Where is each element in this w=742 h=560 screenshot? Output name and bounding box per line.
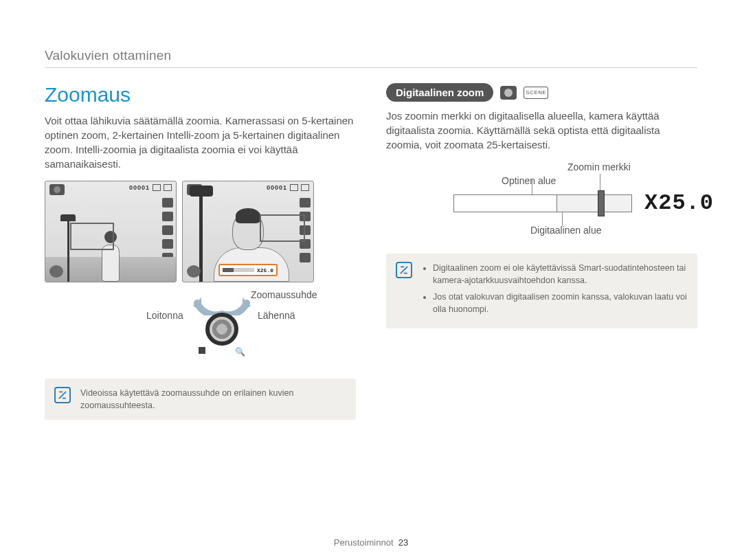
osd-icon <box>300 253 311 262</box>
page-title: Zoomaus <box>45 83 356 107</box>
zoom-indicator-label: Zoomin merkki <box>567 161 631 172</box>
stabilizer-icon <box>49 265 63 278</box>
zoom-ratio-label: Zoomaussuhde <box>251 289 317 300</box>
focus-rectangle <box>70 223 114 250</box>
tele-icon: 🔍 <box>235 347 245 357</box>
camera-mode-icon <box>500 86 517 100</box>
note-box-left: Videoissa käytettävä zoomaussuhde on eri… <box>45 379 356 420</box>
zoom-in-label: Lähennä <box>258 310 295 321</box>
battery-icon <box>301 184 309 191</box>
zoom-position-knob <box>598 190 605 216</box>
osd-icon <box>162 198 173 208</box>
memory-icon <box>153 184 161 191</box>
zoom-dial-diagram: Zoomaussuhde Loitonna Lähennä 🔍 <box>45 287 356 362</box>
note-bullet: Digitaalinen zoom ei ole käytettävissä S… <box>433 262 688 287</box>
page-footer: Perustoiminnot 23 <box>0 537 742 548</box>
left-column: Zoomaus Voit ottaa lähikuvia säätämällä … <box>45 83 356 420</box>
example-shot-zoomed: 00001 <box>182 181 314 282</box>
example-screenshots: 00001 <box>45 181 356 282</box>
osd-icon <box>162 239 173 249</box>
focus-rectangle <box>260 214 305 242</box>
note-bullet: Jos otat valokuvan digitaalisen zoomin k… <box>433 291 688 315</box>
digital-range-label: Digitaalinen alue <box>530 225 602 236</box>
camera-mode-icon <box>49 184 65 195</box>
note-box-right: Digitaalinen zoom ei ole käytettävissä S… <box>386 254 697 328</box>
osd-icon <box>162 225 173 235</box>
note-text: Videoissa käytettävä zoomaussuhde on eri… <box>80 387 346 412</box>
zoom-bar-value: X25.0 <box>257 267 273 273</box>
breadcrumb: Valokuvien ottaminen <box>45 48 697 68</box>
shot-counter: 00001 <box>267 184 287 191</box>
intro-paragraph-left: Voit ottaa lähikuvia säätämällä zoomia. … <box>45 113 356 171</box>
memory-icon <box>290 184 298 191</box>
note-icon <box>396 262 412 278</box>
example-shot-wide: 00001 <box>45 181 177 282</box>
note-icon <box>54 387 71 403</box>
optical-range-label: Optinen alue <box>502 175 556 186</box>
zoom-range-bar <box>453 194 632 212</box>
section-pill: Digitaalinen zoom <box>386 83 493 102</box>
intro-paragraph-right: Jos zoomin merkki on digitaalisella alue… <box>386 109 697 152</box>
stabilizer-icon <box>187 265 201 278</box>
zoom-range-diagram: Zoomin merkki Optinen alue X25.0 Digitaa… <box>392 161 697 237</box>
scene-mode-chip: SCENE <box>524 87 548 99</box>
osd-icon <box>300 198 311 208</box>
wide-icon <box>199 347 205 354</box>
right-column: Digitaalinen zoom SCENE Jos zoomin merkk… <box>386 83 697 420</box>
battery-icon <box>164 184 172 191</box>
page-number: 23 <box>398 537 408 548</box>
zoom-value-readout: X25.0 <box>644 190 714 216</box>
osd-icon <box>162 212 173 221</box>
zoom-bar-osd: X25.0 <box>218 264 278 276</box>
osd-side-icons <box>162 198 173 262</box>
shot-counter: 00001 <box>129 184 150 191</box>
footer-section: Perustoiminnot <box>334 537 394 548</box>
zoom-dial-graphic: 🔍 <box>197 296 247 352</box>
zoom-out-label: Loitonna <box>146 310 183 321</box>
